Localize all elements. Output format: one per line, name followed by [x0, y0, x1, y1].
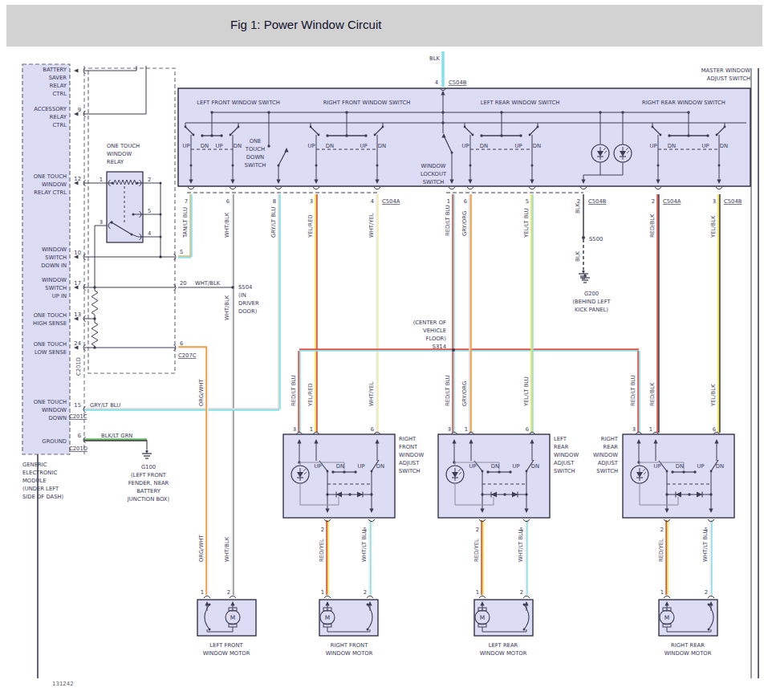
wire-label: RED/YEL: [658, 539, 664, 562]
diagram-label: 3: [293, 426, 296, 433]
wire-wht-lt-blu-rf: [369, 520, 371, 595]
diagram-label: ADJUST SWITCH: [707, 75, 750, 82]
wire-wht-lt-blu-rr: [710, 520, 712, 595]
diagram-label: 2: [364, 589, 367, 596]
diagram-label: REAR: [603, 444, 619, 450]
motor-name: LEFT REAR: [489, 642, 518, 649]
ground-label: G200: [584, 291, 599, 297]
diagram-label: RELAY: [50, 83, 67, 89]
power-window-circuit-diagram: BATTERYSAVERRELAYCTRLACCESSORYRELAYCTRLO…: [0, 0, 764, 700]
wire-label: WHT/BLK: [224, 536, 230, 562]
diagram-label: 1: [476, 589, 479, 596]
wire-label: RED/YEL: [319, 539, 325, 562]
wire-label: WHT/BLK: [224, 212, 230, 238]
diagram-label: 1: [660, 589, 664, 596]
diagram-label: 10: [74, 250, 81, 256]
diagram-label: 6: [180, 340, 183, 347]
diagram-label: FENDER, NEAR: [128, 480, 169, 486]
diagram-label: WINDOW: [42, 407, 67, 413]
splice-label: S504: [238, 284, 252, 291]
diagram-label: 1: [310, 426, 313, 433]
diagram-label: 1: [321, 589, 324, 596]
wire-label: YEL/LT BLU: [523, 208, 530, 238]
connector-label: C207C: [178, 352, 197, 359]
diagram-label: 17: [74, 280, 81, 287]
diagram-label: SIDE OF DASH): [22, 494, 64, 500]
motor-symbol: M: [325, 614, 330, 621]
diagram-label: 12: [74, 176, 81, 182]
diagram-label: 3: [100, 219, 103, 226]
diagram-label: CTRL: [53, 122, 67, 128]
wire-label: WHT/YEL: [368, 381, 375, 406]
wire-label: YEL/BLK: [710, 215, 717, 238]
diagram-label: UP: [182, 143, 189, 149]
wiring-diagram-page: Fig 1: Power Window Circuit BATTERYSAVER…: [0, 0, 764, 700]
diagram-label: RELAY: [107, 159, 124, 165]
wire-label: TAN/LT BLU: [182, 207, 189, 238]
diagram-label: FLOOR): [425, 336, 446, 342]
wire-wht-blk: [232, 194, 234, 595]
diagram-label: 6: [713, 426, 716, 433]
diagram-label: 6: [371, 426, 374, 433]
diagram-label: UP: [649, 143, 656, 149]
relay-label: ONE TOUCH: [107, 143, 140, 149]
diagram-label: ELECTRONIC: [22, 470, 57, 476]
wire-yel-blk: [718, 194, 720, 433]
diagram-label: WINDOW: [42, 246, 67, 253]
diagram-label: FRONT: [399, 444, 418, 450]
diagram-label: LOW SENSE: [35, 349, 67, 356]
diagram-label: VEHICLE: [423, 328, 446, 334]
diagram-label: UP: [357, 463, 364, 470]
wire-label: BLK: [575, 251, 581, 262]
diagram-label: UP: [514, 143, 522, 149]
diagram-label: (UNDER LEFT: [22, 486, 59, 492]
wire-label: RED/YEL: [473, 539, 480, 562]
diagram-label: WINDOW MOTOR: [326, 650, 373, 657]
module-name: GENERIC: [22, 462, 47, 468]
diagram-label: 2: [520, 589, 523, 596]
diagram-label: DN: [720, 143, 728, 149]
diagram-label: WINDOW: [554, 452, 579, 458]
wire-label: WHT/LT BLU: [518, 529, 524, 562]
diagram-label: (LEFT FRONT: [131, 472, 167, 478]
wire-yel-red: [315, 194, 317, 433]
diagram-label: DN: [533, 143, 541, 149]
diagram-label: 7: [185, 198, 188, 205]
diagram-label: HIGH SENSE: [33, 320, 67, 327]
diagram-label: DN: [376, 463, 384, 470]
diagram-label: 1: [465, 426, 468, 433]
diagram-label: LOCKOUT: [421, 171, 447, 177]
motor-symbol: M: [480, 614, 485, 621]
diagram-label: 2: [705, 589, 708, 596]
wire-label: ORG/WHT: [198, 379, 205, 406]
motor-name: LEFT FRONT: [209, 642, 243, 649]
wire-label: GRY/LT BLU: [270, 207, 277, 238]
diagram-label: ADJUST: [598, 460, 619, 466]
diagram-label: DN: [716, 463, 724, 470]
wire-wht-yel: [376, 194, 378, 433]
diagram-label: SWITCH: [554, 468, 575, 474]
diagram-label: ONE TOUCH: [34, 173, 67, 180]
diagram-label: UP: [469, 463, 476, 470]
diagram-label: UP: [461, 143, 469, 149]
diagram-label: UP: [701, 143, 709, 149]
diagram-label: DOWN: [246, 154, 264, 161]
diagram-label: 5: [180, 249, 183, 255]
wire-label: WHT/BLK: [195, 280, 221, 287]
diagram-label: TOUCH: [245, 146, 265, 153]
switch-name: RIGHT: [601, 436, 619, 442]
diagram-label: DN: [491, 463, 499, 470]
diagram-label: SAVER: [49, 75, 67, 81]
wire-label: WHT/YEL: [368, 213, 375, 238]
wire-label: ORG/WHT: [198, 535, 205, 562]
diagram-label: 20: [180, 280, 187, 287]
diagram-label: WINDOW MOTOR: [664, 650, 712, 657]
wire-label: YEL/BLK: [710, 384, 717, 407]
pin-number: 9: [78, 107, 81, 113]
diagram-label: UP: [215, 143, 222, 149]
connector-label: C504B: [449, 79, 467, 86]
diagram-label: DN: [668, 143, 676, 149]
diagram-label: DOWN IN: [41, 262, 67, 269]
wire-label: BLK: [429, 55, 440, 62]
diagram-label: WINDOW MOTOR: [203, 650, 250, 657]
